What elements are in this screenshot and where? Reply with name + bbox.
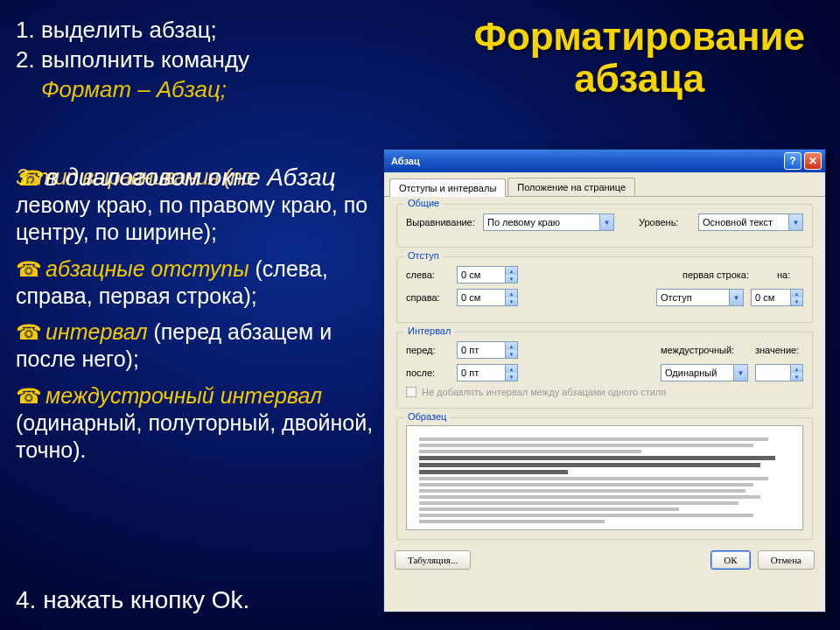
- title-l2: абзаца: [574, 57, 704, 100]
- chevron-down-icon: ▼: [729, 290, 743, 305]
- phone-icon: ☎: [16, 320, 42, 344]
- spin-before[interactable]: 0 пт ▲▼: [457, 341, 518, 359]
- group-preview-label: Образец: [404, 411, 450, 422]
- bullet-linespace: ☎междустрочный интервал (одинарный, полу…: [16, 382, 374, 465]
- label-firstline: первая строка:: [682, 270, 770, 280]
- chevron-down-icon: ▼: [788, 214, 802, 230]
- group-spacing: Интервал перед: 0 пт ▲▼ междустрочный: з…: [396, 332, 813, 409]
- tab-position[interactable]: Положение на странице: [508, 178, 635, 196]
- chevron-up-icon: ▲: [506, 365, 517, 373]
- chevron-down-icon: ▼: [791, 298, 802, 305]
- step4: 4. нажать кнопку Ok.: [16, 586, 249, 614]
- dialog-title: Абзац: [391, 156, 420, 166]
- spin-right[interactable]: 0 см ▲▼: [457, 289, 518, 306]
- label-left: слева:: [406, 270, 450, 280]
- chevron-up-icon: ▲: [506, 290, 517, 298]
- tabstrip: Отступы и интервалы Положение на страниц…: [384, 172, 825, 197]
- bullet-spacing: ☎интервал (перед абзацем и после него);: [16, 318, 374, 374]
- chevron-up-icon: ▲: [791, 365, 802, 373]
- group-general-label: Общие: [404, 198, 443, 208]
- align-rest: левому краю, по правому краю, по центру,…: [16, 192, 374, 247]
- tab-indents[interactable]: Отступы и интервалы: [389, 178, 506, 197]
- phone-icon: ☎: [16, 257, 42, 281]
- combo-firstline[interactable]: Отступ ▼: [656, 289, 744, 306]
- chevron-down-icon: ▼: [506, 350, 517, 358]
- label-level: Уровень:: [639, 217, 691, 228]
- label-after: после:: [406, 368, 450, 378]
- chevron-down-icon: ▼: [733, 365, 747, 381]
- dialog-titlebar[interactable]: Абзац ? ✕: [384, 150, 825, 172]
- group-general: Общие Выравнивание: По левому краю ▼ Уро…: [396, 204, 813, 248]
- bullet-indent: ☎абзацные отступы (слева, справа, первая…: [16, 256, 374, 311]
- slide-title: Форматирование абзаца: [473, 16, 805, 101]
- label-align: Выравнивание:: [406, 217, 476, 228]
- label-by: на:: [777, 270, 803, 280]
- preview-box: [406, 425, 803, 530]
- paragraph-dialog: Абзац ? ✕ Отступы и интервалы Положение …: [383, 149, 826, 612]
- step2-command: Формат – Абзац;: [41, 76, 227, 102]
- combo-align[interactable]: По левому краю ▼: [483, 214, 614, 231]
- overlap-text-a: 3. тип выравнивания (по: [16, 164, 253, 191]
- step1: 1. выделить абзац;: [16, 16, 383, 46]
- help-button[interactable]: ?: [784, 152, 802, 170]
- chevron-down-icon: ▼: [791, 373, 802, 381]
- cancel-button[interactable]: Отмена: [758, 550, 815, 570]
- checkbox-nospace[interactable]: Не добавлять интервал между абзацами одн…: [406, 387, 803, 397]
- spin-left[interactable]: 0 см ▲▼: [457, 266, 518, 284]
- dialog-button-row: Табуляция... ОК Отмена: [384, 547, 825, 570]
- step2: 2. выполнить команду Формат – Абзац;: [16, 46, 383, 105]
- group-indent-label: Отступ: [404, 250, 443, 261]
- chevron-down-icon: ▼: [506, 298, 517, 305]
- group-indent: Отступ слева: 0 см ▲▼ первая строка: на:…: [396, 256, 813, 323]
- chevron-up-icon: ▲: [506, 342, 517, 350]
- chevron-up-icon: ▲: [791, 290, 802, 298]
- spin-by[interactable]: 0 см ▲▼: [751, 289, 803, 306]
- chevron-down-icon: ▼: [506, 275, 517, 283]
- spin-at[interactable]: ▲▼: [755, 364, 803, 382]
- label-before: перед:: [406, 345, 450, 355]
- label-linespace: междустрочный:: [661, 345, 748, 355]
- steps-top: 1. выделить абзац; 2. выполнить команду …: [16, 16, 383, 104]
- chevron-down-icon: ▼: [506, 373, 517, 381]
- chevron-up-icon: ▲: [506, 267, 517, 275]
- combo-linespace[interactable]: Одинарный ▼: [661, 364, 748, 382]
- checkbox-icon: [406, 387, 416, 397]
- chevron-down-icon: ▼: [599, 214, 613, 230]
- ok-button[interactable]: ОК: [710, 550, 750, 570]
- tabs-button[interactable]: Табуляция...: [395, 550, 471, 570]
- spin-after[interactable]: 0 пт ▲▼: [457, 364, 518, 382]
- group-preview: Образец: [396, 417, 813, 540]
- bullet-block: ☎в диалоговом окне Абзац 3. тип выравнив…: [16, 162, 374, 464]
- close-button[interactable]: ✕: [804, 152, 822, 170]
- combo-level[interactable]: Основной текст ▼: [698, 214, 803, 231]
- phone-icon: ☎: [16, 384, 42, 408]
- group-spacing-label: Интервал: [404, 326, 454, 336]
- label-at: значение:: [755, 345, 803, 355]
- title-l1: Форматирование: [473, 15, 805, 58]
- label-right: справа:: [406, 292, 450, 303]
